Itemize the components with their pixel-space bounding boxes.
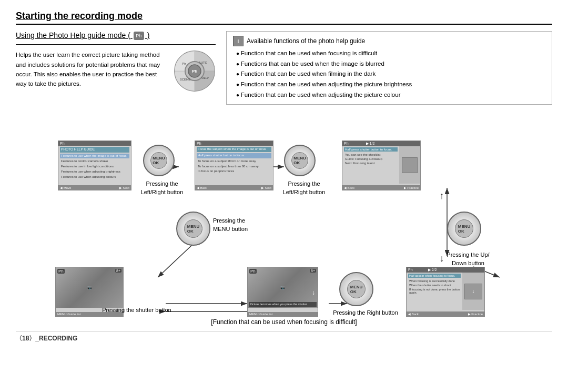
mode-wheel: AUTO OLLV SCENE Ph Ph [174,50,216,92]
screen-thumb-1: Ph PHOTO HELP GUIDE Features to use when… [58,140,131,190]
svg-text:Ph: Ph [182,62,186,65]
screen1-item-5: Features to use when adjusting colours [60,175,129,180]
svg-text:SCENE: SCENE [180,78,191,81]
svg-text:AUTO: AUTO [199,61,208,64]
screen4-photo: 📷 Ph 8+ [56,267,123,308]
label-menu: Pressing theMENU button [213,217,271,233]
screen5-overlay-text: Picture becomes when you press the shutt… [249,302,317,307]
info-item-3: Function that can be used when filming i… [236,69,545,79]
label-left-right-1: Pressing theLeft/Right button [136,180,188,196]
screen6-title: Half appear when focusing to focus. [408,274,461,278]
screen6-topbar: Ph ▶ 2/2 [407,267,484,273]
info-box-title-row: i Available functions of the photo help … [233,36,545,46]
screen2-title: Focus the subject when the image is out … [197,147,271,152]
mode-wheel-svg: AUTO OLLV SCENE Ph Ph [174,50,216,92]
info-box-title: Available functions of the photo help gu… [247,36,365,46]
screen6-item-2: When the shutter needs to shoot [408,283,461,287]
screen1-item-4: Features to use when adjusting brightnes… [60,169,129,175]
screen4-icon-ph: Ph [57,269,65,274]
screen3-item-3: Next: Focusing talent [344,161,398,165]
dial-2: MENUOK [284,145,316,176]
screen6-bottom: ◀ Back ▶ Practice [407,311,484,316]
info-item-2: Functions that can be used when the imag… [236,59,545,69]
intro-and-wheel: Helps the user learn the correct picture… [16,50,216,93]
screen4-icon-8: 8+ [115,269,121,273]
dial-right-bottom: MENUOK [339,272,373,306]
screen3-item-1: You can see the checklist [344,153,398,157]
info-box: i Available functions of the photo help … [226,31,552,105]
screen-thumb-2: Ph Focus the subject when the image is o… [195,140,273,190]
label-left-right-2: Pressing theLeft/Right button [278,180,330,196]
screen1-title-bar: PHOTO HELP GUIDE [60,147,129,152]
screen3-preview-img [402,157,418,173]
screen6-content-wrap: Half appear when focusing to focus. When… [407,273,484,310]
screen6-item-3: If focusing is not done, press the butto… [408,287,461,295]
dial-2-inner: MENUOK [291,152,308,169]
svg-text:OLLV: OLLV [201,76,209,79]
screen1-topbar: Ph [58,141,131,146]
dial-updown: MENUOK [447,212,481,246]
dial-menu: MENUOK [176,212,210,246]
info-item-1: Function that can be used when focusing … [236,48,545,59]
screen6-preview-img: ↓ [464,284,482,299]
top-left-section: Using the Photo Help guide mode ( Ph ) H… [16,31,216,105]
label-right-button: Pressing the Right button [329,309,402,317]
screen2-content: Focus the subject when the image is out … [195,146,273,175]
dial-right-bottom-inner: MENUOK [347,280,366,298]
screen3-preview [399,146,420,184]
screen2-item-2: To focus on a subject 80cm or more away [197,159,271,164]
screen6-item-1: When focusing is successfully done [408,279,461,283]
up-arrow-icon: ↑ [440,190,444,202]
dial-1-inner: MENUOK [150,152,167,169]
screen5-photo: 📷 Ph 8+ ↓ Picture becomes when you press… [248,267,318,308]
info-box-list: Function that can be used when focusing … [233,48,545,100]
screen-thumb-3: Ph ▶ 1/2 Half press shutter button to fo… [342,140,421,190]
screen5-icon-ph: Ph [249,269,257,274]
svg-text:Ph: Ph [192,69,197,74]
screen5-icon-8: 8+ [310,269,316,273]
section-title-row: Using the Photo Help guide mode ( Ph ) [16,31,216,40]
screen-thumb-5: 📷 Ph 8+ ↓ Picture becomes when you press… [247,267,318,317]
footer-text: 〈18〉_RECORDING [16,335,77,342]
screen3-item-2: Guide: Focusing a closeup [344,157,398,161]
screen3-content: Half press shutter button to focus. You … [342,146,399,184]
info-item-4: Function that can be used when adjusting… [236,79,545,90]
screen2-item-3: To focus on a subject less than 80 cm aw… [197,164,271,169]
dial-1: MENUOK [143,145,175,176]
footer-bar: 〈18〉_RECORDING [16,331,552,343]
screen2-item-4: to focus on people's faces [197,169,271,174]
screen3-title: Half press shutter button to focus. [344,147,398,152]
info-icon: i [233,36,244,46]
screen5-bottom: MENU Guide list [248,312,318,316]
screen3-content-wrap: Half press shutter button to focus. You … [342,146,420,184]
screen3-topbar: Ph ▶ 1/2 [342,141,420,146]
mode-icon-inline: Ph [134,32,144,40]
dial-updown-inner: MENUOK [455,219,473,238]
screen2-topbar: Ph [195,141,273,146]
screen1-item-2: Features to control camera shake [60,159,129,164]
diagrams-area: Ph PHOTO HELP GUIDE Features to use when… [16,114,552,314]
screen2-bottom: ◀ Back ▶ Next [195,185,273,190]
label-up-down: Pressing the Up/Down button [437,251,500,267]
screen6-preview: ↓ [462,273,484,310]
screen2-item-1: Half press shutter button to focus. [197,153,271,158]
dial-menu-inner: MENUOK [184,219,202,238]
screen3-bottom: ◀ Back ▶ Practice [342,185,420,190]
screen-thumb-6: Ph ▶ 2/2 Half appear when focusing to fo… [406,267,485,317]
screen1-item-highlight: Features to use when the image is out of… [60,154,129,159]
label-shutter: Pressing the shutter button [100,306,174,314]
screen5-down-arrow: ↓ [312,289,315,296]
screen4-photo-img: 📷 [56,267,123,308]
top-area: Using the Photo Help guide mode ( Ph ) H… [16,31,552,105]
intro-text: Helps the user learn the correct picture… [16,50,168,89]
screen1-bottom: ◀ Move ▶ Next [58,185,131,190]
info-item-5: Function that can be used when adjusting… [236,90,545,100]
page-title: Starting the recording mode [16,11,552,25]
bottom-caption: [Function that can be used when focusing… [16,318,552,326]
section-title: Using the Photo Help guide mode ( Ph ) [16,31,149,40]
screen6-content: Half appear when focusing to focus. When… [407,273,462,310]
screen1-item-3: Features to use in low light conditions [60,164,129,169]
screen1-content: PHOTO HELP GUIDE Features to use when th… [58,146,131,180]
